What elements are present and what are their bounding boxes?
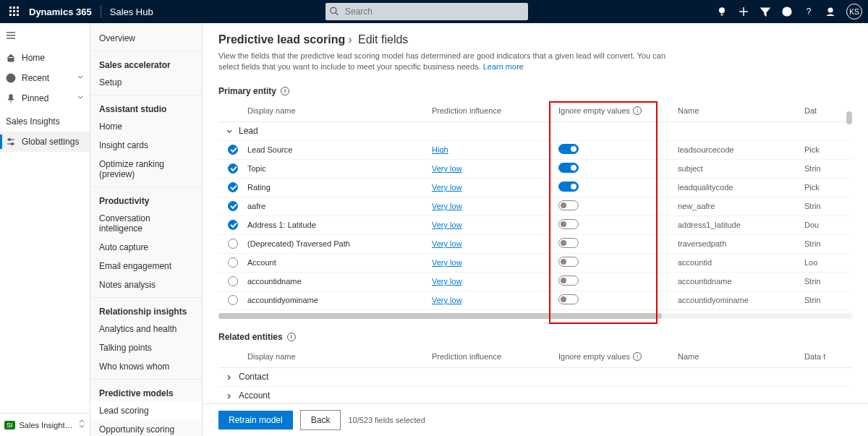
ignore-empty-toggle[interactable] — [558, 200, 579, 210]
chevron-down-icon — [77, 93, 84, 103]
influence-link[interactable]: Very low — [432, 183, 462, 192]
info-icon[interactable]: i — [633, 106, 642, 115]
ignore-empty-toggle[interactable] — [558, 163, 579, 173]
gear-icon[interactable] — [781, 6, 793, 17]
entity-row[interactable]: Contact — [218, 368, 852, 387]
retrain-button[interactable]: Retrain model — [218, 411, 293, 429]
settings-sidebar: OverviewSales acceleratorSetupAssistant … — [90, 23, 203, 436]
svg-rect-5 — [17, 10, 19, 12]
nav-global-settings-label: Global settings — [22, 137, 79, 147]
nav-home[interactable]: Home — [0, 48, 90, 68]
sidebar-item[interactable]: Analytics and health — [90, 320, 202, 338]
row-checkbox[interactable] — [228, 201, 238, 211]
row-checkbox[interactable] — [228, 276, 238, 286]
sidebar-item[interactable]: Auto capture — [90, 238, 202, 257]
clock-icon — [6, 73, 16, 83]
info-icon[interactable]: i — [633, 352, 642, 361]
row-checkbox[interactable] — [228, 145, 238, 155]
grid-header: Display name Prediction influence Ignore… — [218, 346, 852, 368]
influence-link[interactable]: High — [432, 145, 448, 154]
pin-icon — [6, 93, 16, 103]
row-checkbox[interactable] — [228, 163, 238, 174]
field-row: Lead Source High leadsourcecode Pick — [218, 141, 852, 160]
avatar[interactable]: KS — [846, 4, 862, 20]
field-display-name: Account — [247, 258, 432, 267]
col-display: Display name — [247, 352, 432, 361]
lightbulb-icon[interactable] — [716, 6, 728, 17]
main-area: Predictive lead scoring› Edit fields Vie… — [203, 23, 868, 436]
entity-row[interactable]: Account — [218, 387, 852, 403]
horizontal-scrollbar[interactable] — [218, 313, 852, 319]
related-entities-title: Related entities i — [218, 332, 852, 342]
ignore-empty-toggle[interactable] — [558, 257, 579, 267]
filter-icon[interactable] — [760, 6, 771, 17]
influence-link[interactable]: Very low — [432, 202, 462, 210]
sidebar-item[interactable]: Talking points — [90, 338, 202, 357]
influence-link[interactable]: Very low — [432, 258, 462, 267]
ignore-empty-toggle[interactable] — [558, 275, 579, 286]
ignore-empty-toggle[interactable] — [558, 144, 579, 154]
col-name: Name — [678, 106, 804, 115]
help-icon[interactable]: ? — [803, 6, 814, 17]
breadcrumb-root[interactable]: Predictive lead scoring — [218, 33, 345, 46]
primary-entity-title: Primary entity i — [218, 86, 852, 96]
app-launcher-icon[interactable] — [6, 7, 23, 17]
ignore-empty-toggle[interactable] — [558, 181, 579, 192]
row-checkbox[interactable] — [228, 182, 238, 192]
sidebar-item[interactable]: Home — [90, 117, 202, 136]
sidebar-item[interactable]: Email engagement — [90, 257, 202, 275]
sidebar-item[interactable]: Optimize ranking (preview) — [90, 155, 202, 184]
nav-pinned[interactable]: Pinned — [0, 88, 90, 108]
vertical-scrollbar[interactable] — [846, 111, 852, 124]
sidebar-overview[interactable]: Overview — [90, 29, 202, 48]
footer-bar: Retrain model Back 10/523 fields selecte… — [203, 403, 868, 436]
sidebar-item[interactable]: Setup — [90, 73, 202, 92]
influence-link[interactable]: Very low — [432, 296, 462, 304]
assistant-icon[interactable] — [825, 6, 836, 17]
search-box[interactable] — [326, 3, 528, 20]
row-checkbox[interactable] — [228, 295, 238, 305]
nav-global-settings[interactable]: Global settings — [0, 132, 90, 152]
ignore-empty-toggle[interactable] — [558, 294, 579, 304]
influence-link[interactable]: Very low — [432, 221, 462, 229]
row-checkbox[interactable] — [228, 220, 238, 230]
info-icon[interactable]: i — [281, 87, 289, 95]
search-input[interactable] — [344, 6, 524, 17]
rail-footer-label: Sales Insights sett… — [20, 421, 74, 429]
plus-icon[interactable] — [738, 6, 749, 17]
svg-point-19 — [828, 8, 833, 12]
field-type: Pick — [804, 183, 855, 192]
ignore-empty-toggle[interactable] — [558, 238, 579, 248]
sidebar-group: Productivity — [90, 190, 202, 209]
entity-row-lead[interactable]: Lead — [218, 122, 852, 141]
field-display-name: Address 1: Latitude — [247, 221, 432, 229]
row-checkbox[interactable] — [228, 257, 238, 268]
hamburger-icon[interactable] — [0, 23, 90, 48]
row-checkbox[interactable] — [228, 239, 238, 249]
chevron-up-down-icon — [78, 419, 85, 430]
influence-link[interactable]: Very low — [432, 239, 462, 248]
influence-link[interactable]: Very low — [432, 164, 462, 173]
sidebar-item[interactable]: Lead scoring — [90, 401, 202, 420]
info-icon[interactable]: i — [287, 333, 296, 341]
field-row: Account Very low accountid Loo — [218, 254, 852, 273]
breadcrumb-current: Edit fields — [358, 33, 408, 46]
svg-point-9 — [331, 7, 336, 13]
ignore-empty-toggle[interactable] — [558, 219, 579, 229]
chevron-down-icon — [226, 127, 233, 134]
back-button[interactable]: Back — [300, 410, 341, 430]
rail-footer[interactable]: SI Sales Insights sett… — [0, 413, 90, 436]
sidebar-item[interactable]: Conversation intelligence — [90, 209, 202, 238]
sidebar-item[interactable]: Notes analysis — [90, 275, 202, 294]
svg-rect-3 — [9, 10, 12, 12]
sidebar-item[interactable]: Who knows whom — [90, 357, 202, 376]
field-type: Strin — [804, 296, 855, 304]
nav-recent-label: Recent — [22, 73, 49, 83]
nav-recent[interactable]: Recent — [0, 68, 90, 88]
sidebar-item[interactable]: Insight cards — [90, 136, 202, 155]
learn-more-link[interactable]: Learn more — [483, 62, 524, 71]
field-row: (Deprecated) Traversed Path Very low tra… — [218, 235, 852, 254]
sidebar-item[interactable]: Opportunity scoring — [90, 420, 202, 436]
influence-link[interactable]: Very low — [432, 277, 462, 286]
fields-selected-count: 10/523 fields selected — [348, 416, 425, 424]
